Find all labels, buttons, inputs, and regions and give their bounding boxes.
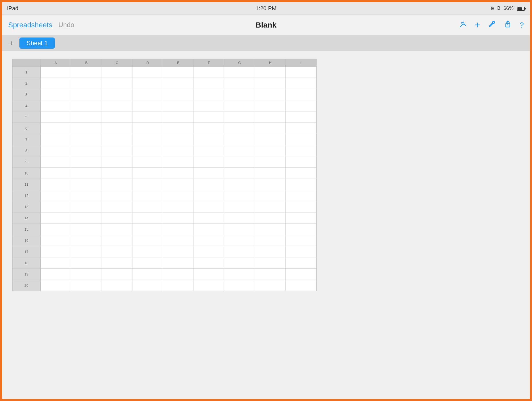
cell-B4[interactable] bbox=[71, 100, 102, 111]
cell-G15[interactable] bbox=[224, 224, 255, 235]
cell-D12[interactable] bbox=[132, 190, 163, 201]
cell-F18[interactable] bbox=[194, 257, 224, 269]
cell-E5[interactable] bbox=[163, 111, 194, 123]
cell-F20[interactable] bbox=[194, 280, 224, 291]
cell-B20[interactable] bbox=[71, 280, 102, 291]
cell-E17[interactable] bbox=[163, 246, 194, 257]
cell-F5[interactable] bbox=[194, 111, 224, 123]
cell-B3[interactable] bbox=[71, 89, 102, 100]
cell-C14[interactable] bbox=[102, 212, 132, 224]
cell-H1[interactable] bbox=[255, 67, 286, 78]
cell-D8[interactable] bbox=[132, 145, 163, 156]
cell-B11[interactable] bbox=[71, 179, 102, 190]
cell-H18[interactable] bbox=[255, 257, 286, 269]
col-header-E[interactable]: E bbox=[163, 59, 194, 67]
cell-C5[interactable] bbox=[102, 111, 132, 123]
cell-G5[interactable] bbox=[224, 111, 255, 123]
cell-E12[interactable] bbox=[163, 190, 194, 201]
cell-E6[interactable] bbox=[163, 123, 194, 134]
cell-G4[interactable] bbox=[224, 100, 255, 111]
sheet-tab-1[interactable]: Sheet 1 bbox=[19, 37, 55, 49]
cell-F15[interactable] bbox=[194, 224, 224, 235]
cell-A9[interactable] bbox=[41, 156, 71, 168]
cell-H15[interactable] bbox=[255, 224, 286, 235]
col-header-G[interactable]: G bbox=[224, 59, 255, 67]
cell-C11[interactable] bbox=[102, 179, 132, 190]
cell-G2[interactable] bbox=[224, 78, 255, 89]
cell-H17[interactable] bbox=[255, 246, 286, 257]
cell-I1[interactable] bbox=[286, 67, 316, 78]
cell-H12[interactable] bbox=[255, 190, 286, 201]
cell-A18[interactable] bbox=[41, 257, 71, 269]
cell-E13[interactable] bbox=[163, 201, 194, 212]
cell-A5[interactable] bbox=[41, 111, 71, 123]
cell-H4[interactable] bbox=[255, 100, 286, 111]
cell-H7[interactable] bbox=[255, 134, 286, 145]
cell-G6[interactable] bbox=[224, 123, 255, 134]
cell-D14[interactable] bbox=[132, 212, 163, 224]
cell-C8[interactable] bbox=[102, 145, 132, 156]
cell-D6[interactable] bbox=[132, 123, 163, 134]
spreadsheets-button[interactable]: Spreadsheets bbox=[8, 21, 52, 29]
cell-I13[interactable] bbox=[286, 201, 316, 212]
cell-F10[interactable] bbox=[194, 168, 224, 179]
cell-G20[interactable] bbox=[224, 280, 255, 291]
cell-D16[interactable] bbox=[132, 235, 163, 246]
cell-A6[interactable] bbox=[41, 123, 71, 134]
cell-G13[interactable] bbox=[224, 201, 255, 212]
cell-B18[interactable] bbox=[71, 257, 102, 269]
cell-B6[interactable] bbox=[71, 123, 102, 134]
cell-E3[interactable] bbox=[163, 89, 194, 100]
cell-H3[interactable] bbox=[255, 89, 286, 100]
cell-B16[interactable] bbox=[71, 235, 102, 246]
cell-H20[interactable] bbox=[255, 280, 286, 291]
cell-I3[interactable] bbox=[286, 89, 316, 100]
cell-A14[interactable] bbox=[41, 212, 71, 224]
cell-C20[interactable] bbox=[102, 280, 132, 291]
cell-G11[interactable] bbox=[224, 179, 255, 190]
cell-G18[interactable] bbox=[224, 257, 255, 269]
cell-F11[interactable] bbox=[194, 179, 224, 190]
cell-A12[interactable] bbox=[41, 190, 71, 201]
cell-B1[interactable] bbox=[71, 67, 102, 78]
cell-B10[interactable] bbox=[71, 168, 102, 179]
cell-C19[interactable] bbox=[102, 269, 132, 280]
cell-A10[interactable] bbox=[41, 168, 71, 179]
cell-E11[interactable] bbox=[163, 179, 194, 190]
cell-G19[interactable] bbox=[224, 269, 255, 280]
cell-E20[interactable] bbox=[163, 280, 194, 291]
cell-D3[interactable] bbox=[132, 89, 163, 100]
cell-F8[interactable] bbox=[194, 145, 224, 156]
cell-I7[interactable] bbox=[286, 134, 316, 145]
cell-F17[interactable] bbox=[194, 246, 224, 257]
col-header-I[interactable]: I bbox=[286, 59, 316, 67]
cell-I8[interactable] bbox=[286, 145, 316, 156]
cell-D20[interactable] bbox=[132, 280, 163, 291]
cell-B9[interactable] bbox=[71, 156, 102, 168]
cell-I20[interactable] bbox=[286, 280, 316, 291]
cell-B15[interactable] bbox=[71, 224, 102, 235]
cell-E15[interactable] bbox=[163, 224, 194, 235]
cell-G14[interactable] bbox=[224, 212, 255, 224]
share-icon[interactable] bbox=[504, 20, 512, 30]
cell-D5[interactable] bbox=[132, 111, 163, 123]
col-header-A[interactable]: A bbox=[41, 59, 71, 67]
cell-B19[interactable] bbox=[71, 269, 102, 280]
cell-A17[interactable] bbox=[41, 246, 71, 257]
cell-E10[interactable] bbox=[163, 168, 194, 179]
col-header-B[interactable]: B bbox=[71, 59, 102, 67]
cell-I16[interactable] bbox=[286, 235, 316, 246]
cell-A16[interactable] bbox=[41, 235, 71, 246]
cell-I11[interactable] bbox=[286, 179, 316, 190]
cell-B12[interactable] bbox=[71, 190, 102, 201]
wrench-icon[interactable] bbox=[488, 20, 496, 30]
cell-F1[interactable] bbox=[194, 67, 224, 78]
cell-B17[interactable] bbox=[71, 246, 102, 257]
cell-E19[interactable] bbox=[163, 269, 194, 280]
cell-H5[interactable] bbox=[255, 111, 286, 123]
cell-I4[interactable] bbox=[286, 100, 316, 111]
cell-F13[interactable] bbox=[194, 201, 224, 212]
cell-H13[interactable] bbox=[255, 201, 286, 212]
cell-C10[interactable] bbox=[102, 168, 132, 179]
cell-B7[interactable] bbox=[71, 134, 102, 145]
